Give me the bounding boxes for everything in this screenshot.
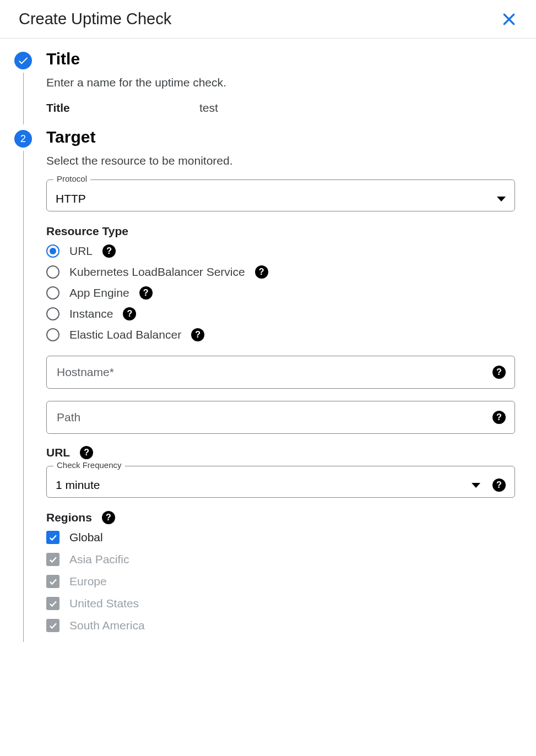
regions-group: Global Asia Pacific Europe (46, 531, 515, 632)
radio-button[interactable] (46, 286, 59, 300)
check-icon (48, 532, 58, 542)
help-icon[interactable]: ? (255, 265, 268, 279)
check-icon (48, 621, 58, 630)
resource-type-label: Resource Type (46, 225, 515, 238)
help-icon[interactable]: ? (102, 244, 116, 258)
step-connector (23, 73, 24, 124)
check-frequency-select[interactable]: Check Frequency 1 minute ? (46, 466, 515, 498)
help-icon[interactable]: ? (80, 446, 93, 459)
hostname-field[interactable]: ? (46, 356, 515, 389)
regions-label: Regions ? (46, 511, 515, 524)
checkbox-label: Global (69, 531, 103, 544)
step-complete-icon (14, 52, 32, 69)
radio-label: Elastic Load Balancer (69, 328, 181, 341)
panel-header: Create Uptime Check (0, 0, 536, 39)
step-description: Enter a name for the uptime check. (46, 76, 515, 89)
help-icon[interactable]: ? (123, 307, 136, 320)
checkbox-label: South America (69, 619, 145, 632)
checkbox-disabled (46, 597, 59, 610)
path-field[interactable]: ? (46, 401, 515, 434)
checkbox-disabled (46, 619, 59, 632)
radio-button[interactable] (46, 307, 59, 320)
checkbox-disabled (46, 575, 59, 588)
radio-label: Instance (69, 307, 113, 320)
checkbox-checked[interactable] (46, 531, 59, 544)
help-icon[interactable]: ? (492, 366, 506, 379)
region-option: South America (46, 619, 515, 632)
checkbox-label: United States (69, 597, 139, 610)
resource-type-option[interactable]: URL ? (46, 244, 515, 258)
close-button[interactable] (501, 11, 517, 28)
path-input[interactable] (56, 410, 492, 425)
radio-label: Kubernetes LoadBalancer Service (69, 265, 245, 279)
help-icon[interactable]: ? (191, 328, 204, 341)
regions-label-text: Regions (46, 511, 92, 524)
step-heading-title: Title (46, 50, 515, 68)
radio-label: App Engine (69, 286, 129, 300)
title-field-label: Title (46, 101, 199, 115)
check-icon (48, 554, 58, 564)
check-icon (48, 576, 58, 586)
protocol-legend: Protocol (53, 174, 90, 183)
checkbox-label: Asia Pacific (69, 553, 129, 566)
url-label: URL ? (46, 446, 515, 459)
resource-type-group: URL ? Kubernetes LoadBalancer Service ? … (46, 244, 515, 341)
protocol-select[interactable]: Protocol HTTP (46, 180, 515, 211)
resource-type-option[interactable]: Elastic Load Balancer ? (46, 328, 515, 341)
step-heading-target: Target (46, 128, 515, 146)
checkbox-disabled (46, 553, 59, 566)
check-icon (48, 599, 58, 608)
help-icon[interactable]: ? (492, 478, 506, 492)
resource-type-option[interactable]: Kubernetes LoadBalancer Service ? (46, 265, 515, 279)
url-label-text: URL (46, 446, 70, 459)
resource-type-option[interactable]: App Engine ? (46, 286, 515, 300)
region-option[interactable]: Global (46, 531, 515, 544)
panel-title: Create Uptime Check (19, 10, 171, 28)
title-field-value: test (199, 101, 218, 115)
checkbox-label: Europe (69, 575, 107, 588)
step-target: 2 Target Select the resource to be monit… (12, 128, 515, 645)
caret-down-icon (472, 483, 480, 488)
resource-type-option[interactable]: Instance ? (46, 307, 515, 320)
region-option: United States (46, 597, 515, 610)
step-description: Select the resource to be monitored. (46, 154, 515, 167)
radio-button[interactable] (46, 265, 59, 279)
check-frequency-legend: Check Frequency (53, 460, 125, 470)
caret-down-icon (497, 197, 506, 202)
help-icon[interactable]: ? (492, 411, 506, 424)
radio-label: URL (69, 244, 93, 258)
check-frequency-value: 1 minute (56, 478, 472, 492)
hostname-input[interactable] (56, 365, 492, 379)
step-connector (23, 151, 24, 642)
radio-button[interactable] (46, 328, 59, 341)
region-option: Europe (46, 575, 515, 588)
region-option: Asia Pacific (46, 553, 515, 566)
radio-button[interactable] (46, 244, 59, 258)
help-icon[interactable]: ? (102, 511, 115, 524)
close-icon (501, 11, 517, 28)
help-icon[interactable]: ? (139, 286, 153, 300)
step-number-badge: 2 (14, 130, 32, 148)
protocol-value: HTTP (56, 192, 497, 205)
step-title: Title Enter a name for the uptime check.… (12, 50, 515, 128)
